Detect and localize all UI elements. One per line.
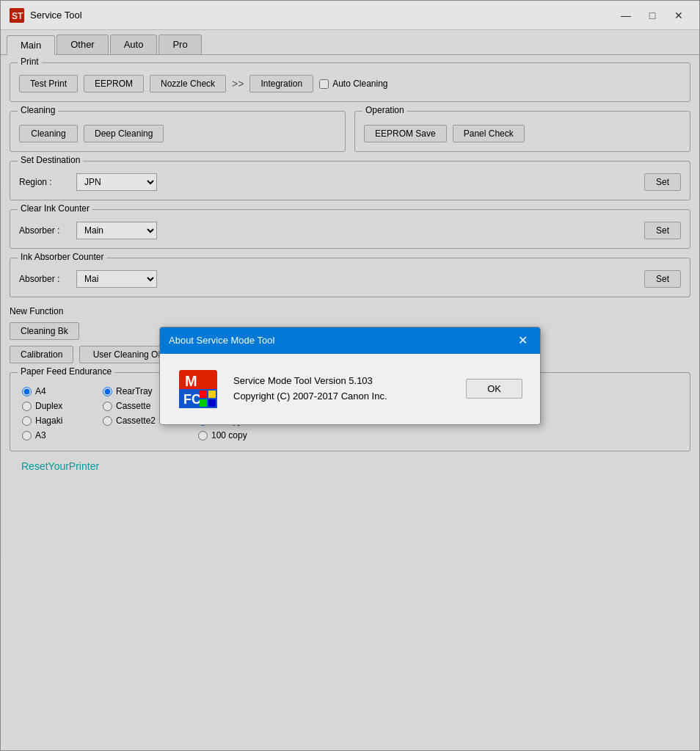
modal-app-icon: M FC [178, 369, 219, 410]
modal-close-button[interactable]: ✕ [514, 332, 531, 349]
svg-rect-9 [208, 391, 216, 398]
modal-ok-area: OK [466, 379, 522, 399]
modal-body: M FC Service Mode Tool Version 5.103 Cop… [160, 354, 540, 424]
svg-rect-10 [200, 399, 207, 407]
modal-overlay: About Service Mode Tool ✕ M FC [0, 0, 700, 751]
modal-info: Service Mode Tool Version 5.103 Copyrigh… [233, 374, 451, 404]
modal-ok-button[interactable]: OK [466, 379, 522, 399]
svg-rect-8 [200, 391, 207, 398]
modal-version-text: Service Mode Tool Version 5.103 [233, 374, 451, 389]
about-modal: About Service Mode Tool ✕ M FC [159, 327, 541, 425]
svg-text:FC: FC [183, 392, 201, 407]
modal-copyright-text: Copyright (C) 2007-2017 Canon Inc. [233, 389, 451, 404]
modal-title: About Service Mode Tool [169, 335, 274, 346]
svg-rect-11 [208, 399, 216, 407]
svg-text:M: M [185, 373, 197, 389]
modal-title-bar: About Service Mode Tool ✕ [160, 327, 540, 354]
